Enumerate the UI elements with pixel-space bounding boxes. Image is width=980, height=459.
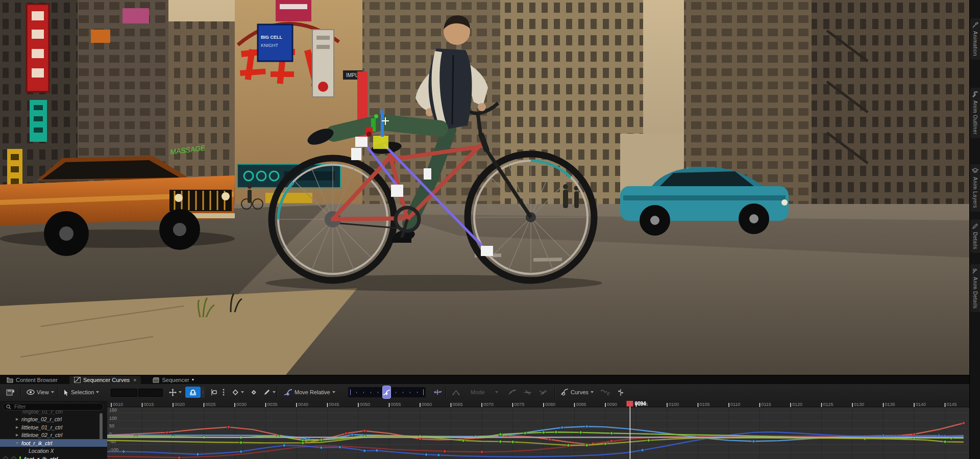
tab-anim-outliner[interactable]: Anim Outliner: [970, 88, 980, 138]
wrench-icon: [972, 91, 978, 98]
ruler-tick-label: 0140: [916, 402, 926, 407]
ruler-tick-label: 0025: [206, 402, 216, 407]
save-button[interactable]: [4, 386, 16, 398]
ruler-tick-label: 0030: [236, 402, 247, 407]
view-dropdown[interactable]: View: [24, 386, 56, 398]
axis-lock-button[interactable]: [431, 386, 444, 398]
tangent-visibility-button[interactable]: [450, 386, 462, 398]
scene-graphic: MASSAGE: [0, 0, 969, 375]
ruler-tick-label: 0100: [669, 402, 679, 407]
layers-icon: [972, 168, 978, 174]
ruler-tick-label: 0115: [762, 402, 771, 407]
snap-options-expander[interactable]: ⁞: [201, 387, 205, 398]
tab-label: Anim Details: [972, 277, 978, 309]
tree-row-curve-entry[interactable]: foot_r_ik_ctrl: [0, 455, 106, 459]
snap-more-options[interactable]: [220, 386, 227, 398]
euler-filter-button[interactable]: e: [598, 386, 612, 398]
tree-row-selected[interactable]: ▼ foot_r_ik_ctrl: [0, 439, 108, 447]
ruler-tick-label: 0080: [545, 402, 555, 407]
euler-filter-icon: e: [600, 389, 610, 396]
ruler-tick-label: 0015: [144, 402, 154, 407]
viewport-3d-scene[interactable]: MASSAGE: [0, 0, 969, 375]
tree-row[interactable]: ▶ ringtoe_02_r_ctrl: [0, 416, 108, 423]
tab-sequencer[interactable]: Sequencer •: [148, 376, 198, 384]
tab-label: Content Browser: [16, 377, 58, 383]
move-relative-dropdown[interactable]: Move Relative: [282, 386, 337, 398]
tree-row-channel[interactable]: Location X: [0, 447, 108, 455]
tab-label: Sequencer: [162, 377, 189, 383]
pencil-icon: [263, 389, 271, 396]
anim-details-icon: [972, 268, 978, 274]
playhead-marker[interactable]: [626, 401, 633, 406]
tab-anim-layers[interactable]: Anim Layers: [970, 164, 980, 212]
ruler-tick-label: 0090: [607, 402, 617, 407]
ruler-tick-label: 0105: [700, 402, 710, 407]
curve-outliner: ringtoe_01_r_ctrl ▶ ringtoe_02_r_ctrl ▶ …: [0, 401, 108, 459]
value-axis-label: 50: [109, 423, 114, 428]
ruler-tick-label: 0045: [329, 402, 339, 407]
sequencer-clapperboard-icon: [153, 377, 159, 383]
blend-falloff-slider[interactable]: [348, 387, 426, 397]
svg-text:e: e: [607, 391, 610, 396]
key-reducer-button[interactable]: [615, 386, 626, 398]
tangent-mode-caret[interactable]: [493, 386, 500, 398]
ruler-tick-label: 0085: [576, 402, 586, 407]
sequencer-curves-panel: Content Browser Sequencer Curves × Seque…: [0, 375, 969, 459]
snap-interval-button[interactable]: [208, 386, 219, 398]
mode-label: Mode: [471, 389, 485, 395]
ruler-tick-label: 0135: [885, 402, 895, 407]
tab-content-browser[interactable]: Content Browser: [2, 376, 62, 384]
tab-label: Anim Outliner: [972, 100, 978, 135]
tree-row[interactable]: ▶ littletoe_02_r_ctrl: [0, 431, 108, 439]
ruler-tick-label: 0145: [947, 402, 957, 407]
curve-canvas[interactable]: [107, 401, 969, 459]
add-keyframe-button[interactable]: [248, 386, 259, 398]
curve-editor-toolbar: View Selection ⁞: [0, 384, 969, 401]
tree-row[interactable]: ▶ littletoe_01_r_ctrl: [0, 423, 108, 431]
value-axis-label: 150: [109, 407, 117, 413]
curve-graph-area[interactable]: 150100500-50-100001000150020002500300035…: [107, 401, 969, 459]
expander-icon[interactable]: ▶: [15, 433, 19, 437]
flatten-tangent-button[interactable]: [522, 386, 534, 398]
playhead-frame-label: 0094: [634, 401, 646, 406]
move-tool-dropdown[interactable]: [167, 386, 184, 398]
curves-options-dropdown[interactable]: Curves: [558, 386, 596, 398]
expander-icon[interactable]: ▼: [15, 441, 19, 445]
tab-label: Details: [972, 232, 978, 249]
expander-icon[interactable]: ▶: [15, 417, 19, 421]
ruler-tick-label: 0040: [298, 402, 308, 407]
weighted-tangent-button[interactable]: [506, 386, 519, 398]
key-interpolation-dropdown[interactable]: [230, 386, 246, 398]
blend-mode-button[interactable]: [382, 386, 391, 399]
close-icon[interactable]: ×: [133, 377, 136, 383]
view-label: View: [37, 389, 49, 395]
tab-details[interactable]: Details: [970, 219, 980, 253]
tab-sequencer-curves[interactable]: Sequencer Curves ×: [69, 376, 141, 384]
curve-arrow-icon: [284, 389, 292, 396]
selected-control-handle[interactable]: [373, 136, 388, 149]
move-cross-icon: [169, 389, 177, 396]
pencil-tool-dropdown[interactable]: [261, 386, 278, 398]
break-tangent-button[interactable]: [537, 386, 549, 398]
value-input[interactable]: [138, 389, 163, 397]
curve-editor-icon: [74, 377, 81, 383]
snap-toggle-button[interactable]: [185, 387, 201, 398]
selection-dropdown[interactable]: Selection: [61, 386, 101, 398]
selection-label: Selection: [71, 389, 94, 395]
pencil-details-icon: [972, 223, 978, 230]
tree-scrollbar[interactable]: [100, 413, 103, 440]
filter-input[interactable]: [13, 403, 92, 410]
lock-toggle-icon[interactable]: [11, 456, 16, 459]
move-relative-label: Move Relative: [295, 389, 330, 395]
time-input[interactable]: [111, 389, 137, 397]
filter-box[interactable]: [3, 403, 104, 411]
unsaved-indicator: •: [192, 376, 194, 384]
curves-label: Curves: [571, 389, 589, 395]
tab-anim-details[interactable]: Anim Details: [970, 264, 980, 312]
break-tangent-icon: [539, 389, 547, 396]
visibility-toggle-icon[interactable]: [3, 456, 8, 459]
blend-curve-icon: [383, 389, 390, 396]
expander-icon[interactable]: ▶: [15, 425, 19, 429]
tangent-mode-dropdown[interactable]: Mode: [469, 386, 487, 398]
tab-animation[interactable]: Animation: [970, 18, 980, 60]
